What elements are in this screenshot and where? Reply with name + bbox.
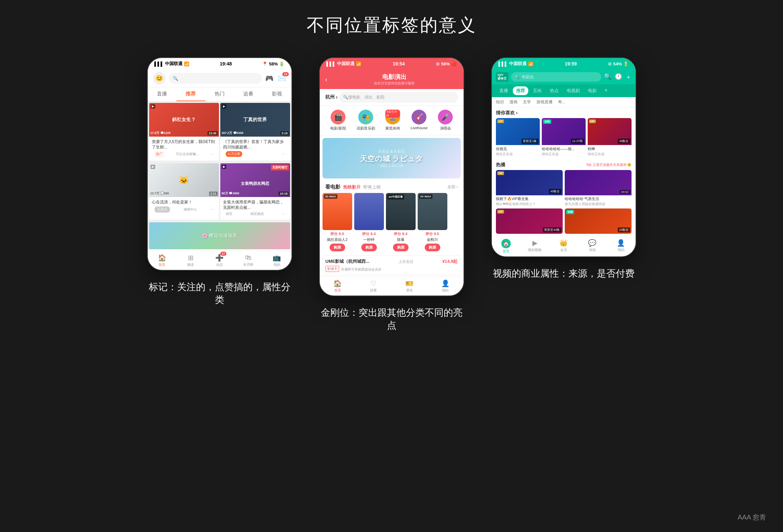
cat-exhibition[interactable]: 🎡 光影艺术馆 展览休闲 xyxy=(385,110,400,131)
hot-video-4[interactable]: 独播 24集全 xyxy=(565,208,632,234)
hot-video-3[interactable]: VIP 更新至44集 xyxy=(496,208,563,234)
phone1-status-bar: ▌▌▌ 中国联通 📶 19:48 📍 58% 🔋 xyxy=(148,58,291,69)
hot-video-2[interactable]: 03:02 哈哈哈哈哈·气质生活 老凡尔赛人邓超在线灌鸡汤 xyxy=(565,170,632,206)
rec-ep-3: 49集全 xyxy=(618,139,630,144)
search-bar[interactable]: 🔍 xyxy=(169,73,262,84)
movie-4[interactable]: 2D IMAX 评分 9.5 金刚川 购票 xyxy=(418,193,447,251)
movie-2[interactable]: 评分 8.4 一秒钟 购票 xyxy=(354,193,384,251)
more-icon-4[interactable]: ··· xyxy=(282,212,284,216)
p2-tabbar-profile[interactable]: 👤 我的 xyxy=(427,279,464,293)
feed-item-4[interactable]: ▶ 58万 💬1859 10:19 见面时被打 女装鸭朋友网恋 女装大佬用变声器… xyxy=(220,163,290,220)
buy-btn-3[interactable]: 购票 xyxy=(393,244,409,251)
phone2-title: 电影演出 xyxy=(331,73,458,81)
section-link[interactable]: 全部 › xyxy=(447,184,458,190)
more-icon-1[interactable]: ··· xyxy=(211,152,213,156)
p3-subtab-knowledge[interactable]: 知识 xyxy=(496,99,504,105)
phone2-search[interactable]: 🔍 搜电影、演出、影院 xyxy=(339,92,458,103)
feed-item-2[interactable]: ▶ 167.2万 💬5356 3:19 丁真的世界 《丁真的世界》首发！丁真为家… xyxy=(220,103,290,161)
tabbar-dynamic[interactable]: ➕ 27 动态 xyxy=(205,254,234,267)
hot-videos-row2: VIP 更新至44集 独播 24集全 xyxy=(496,208,632,234)
rec-video-3[interactable]: VIP 49集全 秋蝉 猜你正在追 xyxy=(588,118,632,157)
hot-video-1[interactable]: VIP 49集全 狼殿下🔥VIP看全集 相认❤网友劝疾冲找班上？ xyxy=(496,170,563,206)
tab-follow[interactable]: 追番 xyxy=(234,87,262,101)
tab-hot[interactable]: 热门 xyxy=(205,87,234,101)
p2-profile-icon: 👤 xyxy=(441,279,450,287)
channel-icon: ⊞ xyxy=(188,254,194,262)
message-icon[interactable]: ✉️ 24 xyxy=(278,74,286,82)
location-text[interactable]: 杭州 xyxy=(325,94,335,100)
tab-live[interactable]: 直播 xyxy=(148,87,176,101)
feed-item-1[interactable]: ▶ 17.9万 💬1225 13:45 斜杠女生？ 突袭了月入5万的女生家，我G… xyxy=(149,103,219,161)
video-duration-2: 3:19 xyxy=(280,131,288,135)
feed-actions-1: 推广 可以去你家嘛... ··· xyxy=(152,150,216,159)
phone2-container: ▌▌▌ 中国联通 📶 19:54 ⊙ 56% 🔴 ‹ 电影演出 由支付宝提供信息… xyxy=(319,57,464,332)
p3-tab-wuha[interactable]: 五哈 xyxy=(530,86,545,95)
hot-link[interactable]: 5哈·王晨艺张颜齐关系僵局 🙂 xyxy=(586,163,631,167)
p3-tab-hot[interactable]: 热点 xyxy=(547,86,562,95)
cat-livehouse[interactable]: 🎸 Livehouse xyxy=(411,110,427,131)
section-tab-hot[interactable]: 热映影片 xyxy=(343,184,361,190)
p3-battery-icon: 🔋 xyxy=(623,61,628,66)
tabbar-profile[interactable]: 📺 我的 xyxy=(262,254,291,267)
rec-video-1[interactable]: VIP 更新至1集 你相见 猜你正在追 xyxy=(496,118,540,157)
phone2-status-right: ⊙ 56% 🔴 xyxy=(436,61,456,66)
p3-add-icon[interactable]: ＋ xyxy=(625,73,632,81)
tabbar-home[interactable]: 🏠 首页 xyxy=(148,254,176,267)
tabbar-channel[interactable]: ⊞ 频道 xyxy=(176,254,205,267)
cinema-tags-row: 影城卡 开通即可享购票超信会员价 xyxy=(326,266,458,272)
more-icon-2[interactable]: ··· xyxy=(282,152,284,156)
buy-btn-1[interactable]: 购票 xyxy=(330,244,345,251)
p3-clock-icon[interactable]: 🕐 xyxy=(615,73,622,81)
phone3-status-left: ▌▌▌ 中国联通 📶 xyxy=(499,61,534,67)
p3-tab-recommend[interactable]: 推荐 xyxy=(513,86,528,95)
tabbar-vip[interactable]: 🛍 会员购 xyxy=(234,254,262,267)
p2-tabbar-home[interactable]: 🏠 首页 xyxy=(320,279,356,293)
p3-tabbar-short[interactable]: ▶ 随刻视频 xyxy=(521,239,549,254)
p3-tabbar-profile[interactable]: 👤 我的 xyxy=(607,239,635,254)
p3-tab-more[interactable]: ≡ xyxy=(602,86,611,95)
cinema-row: UME影城（杭州城西... 上次去过 ¥14.9起 xyxy=(326,258,458,264)
tab-recommend[interactable]: 推荐 xyxy=(176,87,205,101)
section-tab-soon[interactable]: 即将上映 xyxy=(363,184,381,190)
feed-banner[interactable]: 🌸 樱花动漫场景 xyxy=(149,222,290,249)
back-button[interactable]: ‹ xyxy=(325,76,328,83)
phone2-movies: 3D IMAX 评分 9.0 疯狂原始人2 购票 评分 8.4 一秒钟 购票 2… xyxy=(320,192,464,254)
user-avatar[interactable]: 😊 xyxy=(153,72,165,84)
cat-cinema[interactable]: 🎬 电影/影院 xyxy=(330,110,346,131)
more-icon-3[interactable]: ··· xyxy=(211,207,213,211)
p3-tab-live[interactable]: 直播 xyxy=(496,86,511,95)
p3-subtab-game[interactable]: 游戏直播 xyxy=(536,99,553,105)
p3-subtab-comic[interactable]: 漫画 xyxy=(509,99,518,105)
tab-video[interactable]: 影视 xyxy=(262,87,291,101)
game-icon[interactable]: 🎮 xyxy=(265,74,274,82)
p2-tabbar-want[interactable]: ♡ 想看 xyxy=(356,279,392,293)
p3-tabbar-bubble[interactable]: 💬 泡泡 xyxy=(578,239,607,254)
buy-btn-2[interactable]: 购票 xyxy=(361,244,377,251)
p3-carrier: 中国联通 xyxy=(509,61,527,67)
p3-tab-drama[interactable]: 电视剧 xyxy=(563,86,583,95)
hot-sub-1: 相认❤网友劝疾冲找班上？ xyxy=(496,202,563,206)
movie-score-2: 评分 8.4 xyxy=(362,231,375,236)
page-title: 不同位置标签的意义 xyxy=(307,13,477,37)
phone3-time: 19:59 xyxy=(565,61,577,66)
p3-subtab-literature[interactable]: 文学 xyxy=(523,99,531,105)
buy-btn-4[interactable]: 购票 xyxy=(425,244,440,251)
phone3-search[interactable]: 🔍 奇葩说 xyxy=(511,72,601,82)
p2-tabbar-ticket[interactable]: 🎫 票夹 xyxy=(392,279,428,293)
phone3-header-icons: 🔍 🕐 ＋ xyxy=(604,73,632,81)
rec-sub-1: 猜你正在追 xyxy=(496,152,540,157)
p3-tab-movie[interactable]: 电影 xyxy=(585,86,600,95)
p3-subtab-more[interactable]: 奇... xyxy=(558,99,565,105)
p3-tabbar-home[interactable]: 🏠 首页 xyxy=(492,239,521,254)
rec-video-2[interactable]: 自制 11·27期 哈哈哈哈哈——很... 猜你正在追 xyxy=(542,118,586,157)
p3-tabbar-vip[interactable]: 👑 会员 xyxy=(549,239,578,254)
movie-1[interactable]: 3D IMAX 评分 9.0 疯狂原始人2 购票 xyxy=(323,193,352,251)
p3-search-placeholder: 奇葩说 xyxy=(522,74,534,80)
phone2-banner[interactable]: 久石让 & 久石汪 天空の城 ラピュタ 2021.1.16-1.19 xyxy=(323,138,461,178)
p3-search-btn[interactable]: 🔍 xyxy=(604,73,611,81)
cat-drama[interactable]: 🎭 话剧音乐剧 xyxy=(357,110,375,131)
movie-3[interactable]: 2D中国巨幕 评分 8.4 除暴 购票 xyxy=(386,193,416,251)
follow-btn-3[interactable]: 已关注 xyxy=(155,206,170,213)
feed-item-3[interactable]: ▶ 10.7万 💬289 2:21 🐱 心在流浪，何处是家！ 已关注 咸喵中心 … xyxy=(149,163,219,220)
cat-concert[interactable]: 🎤 演唱会 xyxy=(438,110,453,131)
